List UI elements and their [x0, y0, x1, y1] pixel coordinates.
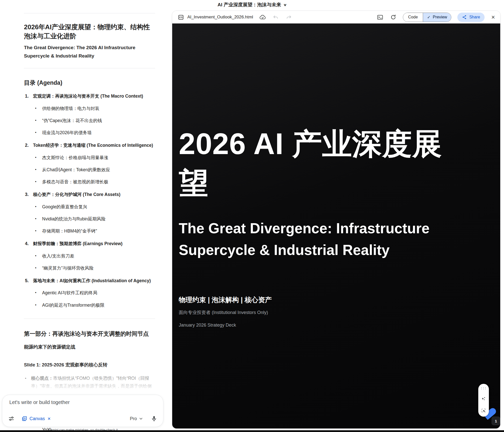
agenda-bullet: •从Chat到Agent：Token的乘数效应	[35, 166, 155, 173]
slide-title: 2026 AI 产业深度展望	[179, 124, 464, 203]
drag-handle-icon[interactable]	[481, 387, 486, 389]
annotation-toolbar	[478, 384, 489, 417]
model-selector[interactable]: Pro	[130, 416, 143, 421]
gemini-app: AI 产业深度展望：泡沫与未来 ∨ 2026年AI产业深度展望：物理约束、结构性…	[0, 0, 504, 432]
doc-subtitle: The Great Divergence: The 2026 AI Infras…	[24, 43, 155, 60]
agenda-bullet: •AGI的延迟与Transformer的极限	[35, 302, 155, 308]
tab-preview[interactable]: ✓ Preview	[423, 13, 451, 22]
agenda-bullet: •Nvidia的统治力与Rubin延期风险	[35, 216, 155, 222]
bullet-icon: •	[35, 228, 42, 234]
conversation-title-dropdown[interactable]: AI 产业深度展望：泡沫与未来 ∨	[218, 2, 287, 8]
bullet-icon: •	[35, 290, 42, 296]
agenda-bullet: •“伪”Capex泡沫：花不出去的钱	[35, 117, 155, 124]
composer: Canvas ✕ Pro	[2, 395, 163, 427]
divider	[24, 319, 155, 319]
document-pane: 2026年AI产业深度展望：物理约束、结构性泡沫与工业化进阶 The Great…	[24, 13, 155, 432]
canvas-icon	[21, 416, 27, 422]
bullet-icon: •	[24, 375, 31, 397]
cloud-saved-icon	[259, 14, 266, 21]
slide-preview: 2026 AI 产业深度展望 The Great Divergence: Inf…	[172, 23, 500, 428]
agenda-title: 核心资产：分化与护城河 (The Core Assets)	[33, 191, 120, 198]
bullet-icon: •	[35, 302, 42, 308]
agenda-number: 3.	[24, 191, 33, 198]
agenda-bullet: •现金流与2026年的债务墙	[35, 129, 155, 136]
screen-edge	[0, 430, 504, 432]
slide-subtitle: The Great Divergence: Infrastructure Sup…	[179, 218, 496, 261]
filename-label: AI_Investment_Outlook_2026.html	[187, 15, 253, 20]
agenda-heading: 目录 (Agenda)	[24, 79, 155, 87]
bullet-icon: •	[35, 166, 42, 173]
select-cursor-icon[interactable]	[481, 408, 486, 413]
agenda-number: 2.	[24, 142, 33, 149]
bullet-icon: •	[35, 129, 42, 136]
redo-icon[interactable]	[285, 14, 292, 21]
code-preview-toggle: Code ✓ Preview	[403, 13, 452, 22]
canvas-chip-label: Canvas	[29, 416, 45, 421]
refresh-icon[interactable]	[390, 14, 397, 21]
chevron-down-icon	[138, 416, 143, 421]
agenda-bullet: •多模态与语音：被忽视的新增长极	[35, 179, 155, 185]
sparkle-icon[interactable]	[481, 396, 486, 401]
slide1-heading: Slide 1: 2025-2026 宏观叙事的核心反转	[24, 362, 155, 368]
mic-icon[interactable]	[151, 415, 158, 422]
key-point: • 核心观点：市场担忧从“FOMO（错失恐惧）”转向“ROI（回报率）”审查。但…	[24, 375, 155, 397]
agenda-title: 落地与未来：AI如何重构工作 (Industrialization of Age…	[33, 277, 151, 284]
canvas-chip-close-icon[interactable]: ✕	[47, 416, 51, 421]
agenda-item: 1. 宏观定调：再谈泡沫论与资本开支 (The Macro Context)	[24, 93, 155, 99]
agenda-number: 1.	[24, 93, 33, 99]
agenda-item: 4. 财报季前瞻：预期差博弈 (Earnings Preview)	[24, 240, 155, 247]
check-icon: ✓	[427, 15, 430, 20]
agenda-number: 5.	[24, 277, 33, 284]
chevron-down-icon: ∨	[283, 3, 287, 7]
share-icon	[462, 15, 467, 20]
agenda-title: Token经济学：竞速与通缩 (The Economics of Intelli…	[33, 142, 153, 149]
tab-code[interactable]: Code	[403, 13, 423, 22]
canvas-chip[interactable]: Canvas ✕	[21, 416, 51, 422]
agenda-bullet: •“幽灵算力”与循环营收风险	[35, 265, 155, 271]
canvas-preview-panel: AI_Investment_Outlook_2026.html	[172, 11, 500, 429]
code-file-icon	[177, 14, 184, 21]
conversation-title: AI 产业深度展望：泡沫与未来	[218, 2, 281, 8]
conversation-title-bar: AI 产业深度展望：泡沫与未来 ∨	[0, 2, 504, 8]
composer-input[interactable]	[9, 399, 151, 405]
bullet-icon: •	[35, 105, 42, 112]
agenda-item: 2. Token经济学：竞速与通缩 (The Economics of Inte…	[24, 142, 155, 149]
agenda-bullet: •Agentic AI与软件工程的终局	[35, 290, 155, 296]
bullet-icon: •	[35, 204, 42, 210]
canvas-header: AI_Investment_Outlook_2026.html	[172, 11, 500, 23]
agenda-title: 宏观定调：再谈泡沫论与资本开支 (The Macro Context)	[33, 93, 143, 99]
bullet-icon: •	[35, 154, 42, 161]
undo-icon[interactable]	[272, 14, 279, 21]
bullet-icon: •	[35, 179, 42, 185]
close-icon[interactable]: ✕	[491, 14, 495, 20]
model-label: Pro	[130, 416, 137, 421]
bullet-icon: •	[35, 117, 42, 124]
agenda-title: 财报季前瞻：预期差博弈 (Earnings Preview)	[33, 240, 123, 247]
agenda-item: 3. 核心资产：分化与护城河 (The Core Assets)	[24, 191, 155, 198]
share-button[interactable]: Share	[457, 13, 485, 22]
part1-heading: 第一部分：再谈泡沫论与资本开支调整的时间节点	[24, 330, 155, 338]
point-label: 核心观点：	[31, 376, 53, 381]
slide-audience: 面向专业投资者 (Institutional Investors Only)	[179, 309, 268, 315]
annotation-count-badge: 1	[492, 417, 500, 425]
bullet-icon: •	[35, 265, 42, 271]
agenda-bullet: •Google的垂直整合复兴	[35, 204, 155, 210]
part1-subheading: 能源约束下的资源锁定战	[24, 344, 155, 350]
console-icon[interactable]	[377, 14, 384, 21]
agenda-number: 4.	[24, 240, 33, 247]
agenda-bullet: •收入/支出剪刀差	[35, 253, 155, 259]
agenda-bullet: •存储周期：HBM4的“金手铐”	[35, 228, 155, 234]
doc-title: 2026年AI产业深度展望：物理约束、结构性泡沫与工业化进阶	[24, 22, 155, 41]
divider	[24, 13, 155, 13]
agenda-bullet: •杰文斯悖论：价格崩塌与用量暴涨	[35, 154, 155, 161]
slide-tagline: 物理约束 | 泡沫解构 | 核心资产	[179, 295, 272, 304]
bullet-icon: •	[35, 253, 42, 259]
agenda-item: 5. 落地与未来：AI如何重构工作 (Industrialization of …	[24, 277, 155, 284]
bullet-icon: •	[35, 216, 42, 222]
agenda-bullet: •供给侧的物理墙：电力与封装	[35, 105, 155, 112]
slide-date: January 2026 Strategy Deck	[179, 323, 236, 328]
tune-icon[interactable]	[8, 415, 15, 422]
divider	[24, 68, 155, 68]
